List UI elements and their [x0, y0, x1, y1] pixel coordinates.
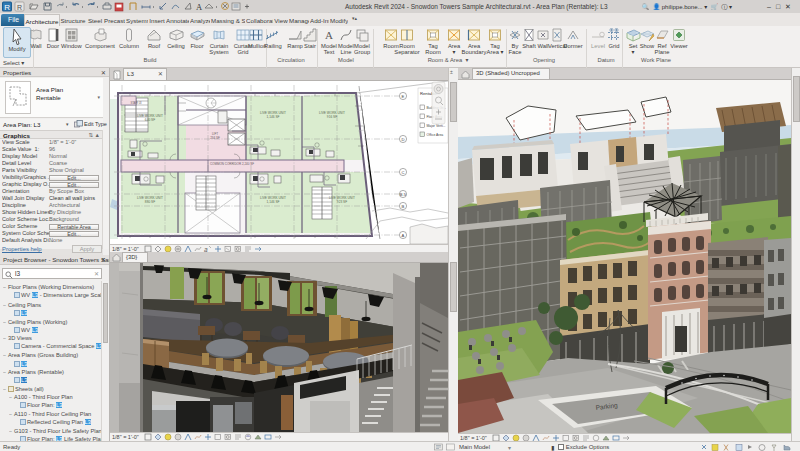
- svg-text:1,146 SF: 1,146 SF: [267, 200, 280, 204]
- svg-text:A: A: [196, 2, 203, 12]
- svg-text:Major Verti...: Major Verti...: [427, 124, 446, 128]
- svg-text:C: C: [401, 170, 404, 175]
- svg-text:880 SF: 880 SF: [145, 200, 155, 204]
- svg-text:Office Area: Office Area: [427, 133, 444, 137]
- svg-text:A: A: [325, 29, 333, 41]
- svg-text:B: B: [402, 204, 405, 209]
- svg-text:923 SF: 923 SF: [337, 200, 347, 204]
- svg-text:COMMON CORRIDOR 2,240 SF: COMMON CORRIDOR 2,240 SF: [210, 162, 254, 166]
- svg-text:234 SF: 234 SF: [210, 136, 220, 140]
- svg-text:B.5: B.5: [400, 192, 407, 197]
- svg-text:916 SF: 916 SF: [327, 115, 337, 119]
- svg-text:STAIR 03: STAIR 03: [130, 101, 142, 105]
- svg-text:R: R: [4, 3, 10, 12]
- svg-text:𝑎​: 𝑎​: [204, 245, 208, 252]
- svg-text:A: A: [402, 233, 405, 238]
- svg-text:640 SF: 640 SF: [145, 118, 155, 122]
- svg-text:D: D: [401, 137, 404, 142]
- svg-text:R: R: [17, 4, 22, 11]
- svg-text:E: E: [402, 94, 405, 99]
- svg-text:1,146 SF: 1,146 SF: [267, 115, 280, 119]
